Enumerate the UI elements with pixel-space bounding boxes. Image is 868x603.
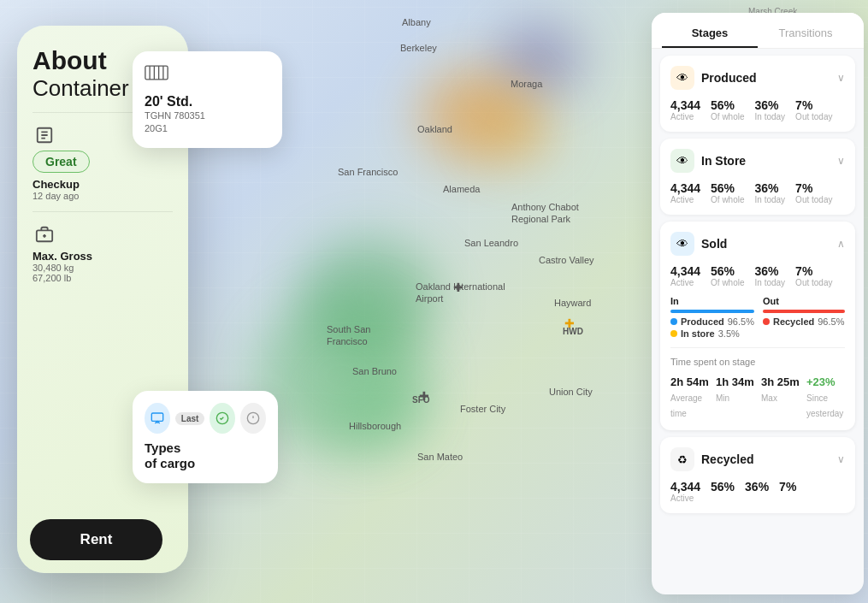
panel-tabs: Stages Transitions: [652, 13, 864, 49]
flow-dot-recycled: [763, 318, 770, 325]
stage-stats-instore: 4,344 Active 56% Of whole 36% In today 7…: [670, 181, 845, 204]
checkup-time: 12 day ago: [32, 191, 173, 201]
stat-out-instore: 7% Out today: [795, 181, 832, 204]
time-since: +23% Since yesterday: [806, 374, 845, 420]
time-since-value: +23%: [806, 375, 836, 388]
flow-recycled-row: Recycled 96.5%: [763, 316, 845, 327]
stat-active-instore: 4,344 Active: [670, 181, 700, 204]
flow-text-recycled: Recycled: [773, 316, 814, 327]
stage-icon-sold: 👁: [670, 232, 694, 256]
container-details-card: 20' Std. TGHN 780351 20G1: [133, 51, 282, 148]
flow-pct-produced: 96.5%: [728, 316, 754, 327]
time-section: Time spent on stage 2h 54m Average time …: [670, 347, 845, 420]
chevron-recycled[interactable]: ∨: [837, 453, 845, 465]
stage-title-row-sold: 👁 Sold: [670, 232, 727, 256]
stage-header-instore: 👁 In Store ∨: [670, 149, 845, 173]
stat-whole-sold: 56% Of whole: [711, 264, 744, 287]
stage-name-sold: Sold: [701, 237, 727, 251]
flow-pct-recycled: 96.5%: [818, 316, 844, 327]
stage-stats-sold: 4,344 Active 56% Of whole 36% In today 7…: [670, 264, 845, 287]
stat-3-recycled: 36%: [745, 480, 769, 503]
rent-button[interactable]: Rent: [30, 519, 162, 560]
stage-title-row-produced: 👁 Produced: [670, 66, 757, 90]
flow-in-col: In Produced 96.5% In store 3.5%: [670, 296, 754, 339]
stage-card-sold: 👁 Sold ∧ 4,344 Active 56% Of whole 36% I…: [660, 222, 855, 430]
heatmap-blob-orange2: [479, 94, 556, 163]
stat-4-recycled: 7%: [779, 480, 796, 503]
stage-title-row-instore: 👁 In Store: [670, 149, 746, 173]
stage-icon-recycled: ♻: [670, 447, 694, 471]
flow-in-label: In: [670, 296, 754, 306]
cargo-circle-2: [210, 403, 235, 434]
cargo-types-card: Last Typesof cargo: [133, 391, 278, 483]
stage-name-recycled: Recycled: [701, 452, 753, 466]
chevron-instore[interactable]: ∨: [837, 155, 845, 167]
time-max-value: 3h 25m: [761, 375, 800, 388]
stat-out-sold: 7% Out today: [795, 264, 832, 287]
container-card-icon: [145, 63, 270, 87]
stat-whole-instore: 56% Of whole: [711, 181, 744, 204]
time-avg-value: 2h 54m: [670, 375, 709, 388]
flow-produced-row: Produced 96.5%: [670, 316, 754, 327]
stage-title-row-recycled: ♻ Recycled: [670, 447, 753, 471]
time-max-label: Max: [761, 393, 777, 403]
flow-out-label: Out: [763, 296, 845, 306]
svg-rect-7: [145, 66, 168, 80]
flow-text-instore: In store: [681, 328, 715, 339]
flow-in-bar: [670, 310, 754, 313]
map-marker-airport: ✚: [453, 281, 464, 294]
time-title: Time spent on stage: [670, 357, 845, 367]
map-marker-sfo: ✚: [419, 389, 429, 403]
container-code2: 20G1: [145, 122, 270, 135]
stage-stats-recycled: 4,344 Active 56% 36% 7%: [670, 480, 845, 503]
heatmap-blob-green3: [325, 368, 428, 453]
maxgross-section: Max. Gross 30,480 kg 67,200 lb: [32, 222, 173, 283]
stat-active-sold: 4,344 Active: [670, 264, 700, 287]
maxgross-icon: [32, 222, 56, 246]
last-badge: Last: [175, 412, 205, 425]
stage-header-produced: 👁 Produced ∨: [670, 66, 845, 90]
tab-stages[interactable]: Stages: [662, 20, 758, 48]
maxgross-kg: 30,480 kg: [32, 263, 173, 273]
condition-icon: [32, 123, 56, 147]
time-since-label: Since yesterday: [806, 393, 843, 418]
condition-badge: Great: [32, 151, 90, 173]
cargo-circle-3: [240, 403, 266, 434]
stat-out-produced: 7% Out today: [795, 98, 832, 121]
container-size: 20' Std.: [145, 94, 270, 109]
map-marker-hwd: ✚: [564, 316, 575, 330]
stage-header-sold: 👁 Sold ∧: [670, 232, 845, 256]
time-stats: 2h 54m Average time 1h 34m Min 3h 25m Ma…: [670, 374, 845, 420]
stage-name-instore: In Store: [701, 154, 746, 168]
right-panel: Stages Transitions 👁 Produced ∨ 4,344 Ac…: [652, 13, 864, 594]
stat-in-sold: 36% In today: [755, 264, 786, 287]
stage-card-produced: 👁 Produced ∨ 4,344 Active 56% Of whole 3…: [660, 56, 855, 132]
cargo-circles: Last: [145, 403, 266, 434]
stat-in-instore: 36% In today: [755, 181, 786, 204]
chevron-sold[interactable]: ∧: [837, 238, 845, 250]
tab-transitions[interactable]: Transitions: [758, 20, 853, 48]
chevron-produced[interactable]: ∨: [837, 72, 845, 84]
flow-dot-produced: [670, 318, 677, 325]
flow-dot-instore: [670, 330, 677, 337]
time-avg-label: Average time: [670, 393, 702, 418]
stat-in-produced: 36% In today: [755, 98, 786, 121]
stage-card-recycled: ♻ Recycled ∨ 4,344 Active 56% 36%: [660, 437, 855, 513]
time-min-label: Min: [716, 393, 729, 403]
stage-icon-produced: 👁: [670, 66, 694, 90]
flow-pct-instore: 3.5%: [718, 328, 740, 339]
flow-text-produced: Produced: [681, 316, 724, 327]
container-code1: TGHN 780351: [145, 109, 270, 122]
svg-rect-12: [151, 413, 162, 421]
stage-stats-produced: 4,344 Active 56% Of whole 36% In today 7…: [670, 98, 845, 121]
flow-section: In Produced 96.5% In store 3.5% Out: [670, 296, 845, 339]
cargo-title: Typesof cargo: [145, 440, 266, 471]
stage-header-recycled: ♻ Recycled ∨: [670, 447, 845, 471]
stage-icon-instore: 👁: [670, 149, 694, 173]
divider-2: [32, 211, 173, 212]
maxgross-lb: 67,200 lb: [32, 273, 173, 283]
time-min: 1h 34m Min: [716, 374, 754, 420]
stat-active-produced: 4,344 Active: [670, 98, 700, 121]
flow-out-col: Out Recycled 96.5%: [763, 296, 845, 339]
time-min-value: 1h 34m: [716, 375, 754, 388]
